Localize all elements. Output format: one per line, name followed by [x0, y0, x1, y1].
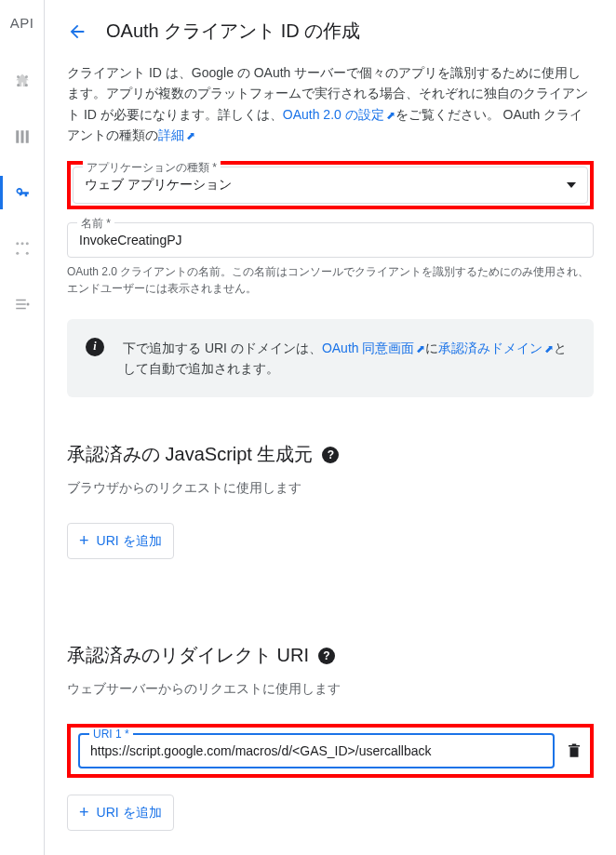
- name-label: 名前 *: [77, 216, 114, 232]
- uri-1-label: URI 1 *: [89, 728, 133, 741]
- key-icon: [14, 183, 33, 202]
- name-helper: OAuth 2.0 クライアントの名前。この名前はコンソールでクライアントを識別…: [67, 263, 594, 297]
- oauth-consent-link[interactable]: OAuth 同意画面⬈: [322, 341, 426, 355]
- app-type-select[interactable]: アプリケーションの種類 * ウェブ アプリケーション: [73, 167, 588, 204]
- svg-point-8: [20, 242, 23, 245]
- svg-point-7: [16, 242, 19, 245]
- dashboard-icon: [14, 73, 31, 89]
- app-type-label: アプリケーションの種類 *: [83, 160, 221, 176]
- oauth-setup-link[interactable]: OAuth 2.0 の設定⬈: [283, 107, 395, 122]
- api-logo: API: [10, 15, 34, 31]
- svg-point-11: [25, 252, 28, 255]
- svg-point-1: [25, 75, 28, 78]
- delete-uri-button[interactable]: [566, 741, 583, 760]
- sidebar-item-library[interactable]: [0, 120, 45, 154]
- svg-point-3: [25, 84, 28, 87]
- external-link-icon: ⬈: [416, 342, 425, 355]
- info-box: i 下で追加する URI のドメインは、OAuth 同意画面⬈に承認済みドメイン…: [67, 319, 594, 398]
- svg-point-0: [17, 75, 20, 78]
- info-icon: i: [86, 338, 104, 356]
- intro-text: クライアント ID は、Google の OAuth サーバーで個々のアプリを識…: [67, 62, 594, 146]
- sidebar: API: [0, 0, 45, 855]
- arrow-left-icon: [67, 21, 87, 42]
- redirect-uri-title: 承認済みのリダイレクト URI ?: [67, 643, 594, 668]
- info-text: 下で追加する URI のドメインは、OAuth 同意画面⬈に承認済みドメイン⬈と…: [123, 338, 575, 380]
- settings-icon: [14, 296, 31, 313]
- add-js-uri-button[interactable]: + URI を追加: [67, 523, 174, 559]
- sidebar-item-settings[interactable]: [0, 287, 45, 321]
- consent-icon: [14, 240, 31, 257]
- chevron-down-icon: [567, 182, 576, 188]
- back-button[interactable]: [67, 21, 87, 42]
- uri-1-input[interactable]: [90, 743, 542, 758]
- details-link[interactable]: 詳細⬈: [158, 127, 195, 142]
- sidebar-item-credentials[interactable]: [0, 176, 45, 209]
- redirect-uri-desc: ウェブサーバーからのリクエストに使用します: [67, 681, 594, 698]
- external-link-icon: ⬈: [544, 342, 554, 355]
- svg-rect-12: [16, 300, 26, 301]
- svg-rect-4: [16, 130, 19, 143]
- svg-point-10: [16, 252, 19, 255]
- svg-point-2: [17, 84, 20, 87]
- add-redirect-uri-button[interactable]: + URI を追加: [67, 795, 174, 831]
- plus-icon: +: [79, 531, 89, 551]
- library-icon: [14, 128, 31, 145]
- svg-point-15: [26, 303, 29, 306]
- external-link-icon: ⬈: [186, 129, 195, 142]
- name-field-wrapper[interactable]: 名前 *: [67, 222, 594, 258]
- trash-icon: [566, 741, 583, 760]
- svg-rect-13: [16, 303, 26, 305]
- svg-point-9: [25, 242, 28, 245]
- js-origins-desc: ブラウザからのリクエストに使用します: [67, 480, 594, 497]
- plus-icon: +: [79, 803, 89, 822]
- uri-1-field[interactable]: URI 1 *: [78, 733, 555, 768]
- page-title: OAuth クライアント ID の作成: [106, 19, 360, 44]
- external-link-icon: ⬈: [386, 109, 395, 122]
- sidebar-item-consent[interactable]: [0, 232, 45, 265]
- svg-rect-5: [20, 130, 23, 143]
- app-type-value: ウェブ アプリケーション: [85, 177, 232, 192]
- help-icon[interactable]: ?: [318, 648, 335, 664]
- help-icon[interactable]: ?: [322, 447, 339, 463]
- approved-domains-link[interactable]: 承認済みドメイン⬈: [438, 341, 554, 355]
- main-content: OAuth クライアント ID の作成 クライアント ID は、Google の…: [45, 0, 616, 855]
- app-type-highlight: アプリケーションの種類 * ウェブ アプリケーション: [67, 161, 594, 209]
- redirect-uri-highlight: URI 1 *: [67, 724, 594, 778]
- svg-rect-6: [25, 130, 28, 143]
- name-input[interactable]: [79, 233, 582, 247]
- sidebar-item-dashboard[interactable]: [0, 64, 45, 98]
- js-origins-title: 承認済みの JavaScript 生成元 ?: [67, 442, 594, 467]
- svg-rect-14: [16, 308, 26, 310]
